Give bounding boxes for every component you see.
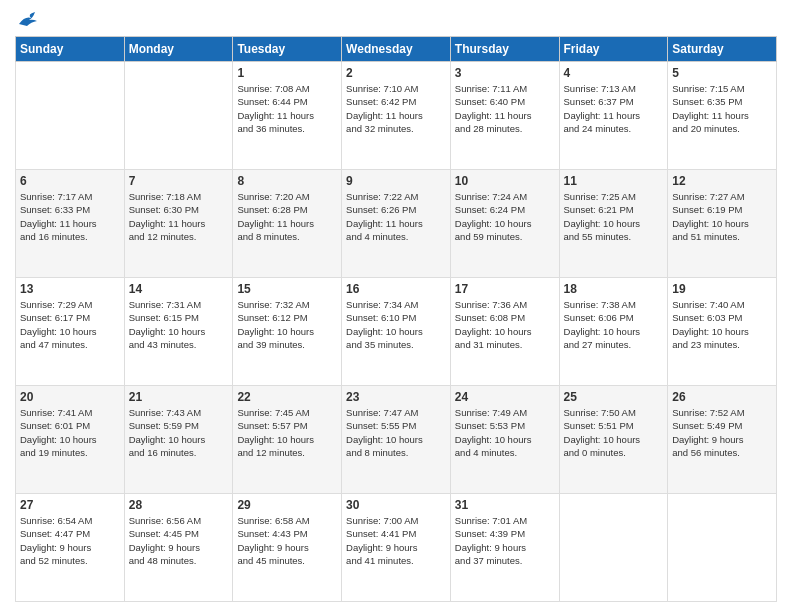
page: SundayMondayTuesdayWednesdayThursdayFrid… [0, 0, 792, 612]
calendar-cell: 6Sunrise: 7:17 AM Sunset: 6:33 PM Daylig… [16, 170, 125, 278]
day-number: 12 [672, 174, 772, 188]
calendar-cell: 24Sunrise: 7:49 AM Sunset: 5:53 PM Dayli… [450, 386, 559, 494]
calendar-cell: 23Sunrise: 7:47 AM Sunset: 5:55 PM Dayli… [342, 386, 451, 494]
day-info: Sunrise: 7:45 AM Sunset: 5:57 PM Dayligh… [237, 406, 337, 459]
calendar-cell: 21Sunrise: 7:43 AM Sunset: 5:59 PM Dayli… [124, 386, 233, 494]
day-info: Sunrise: 7:00 AM Sunset: 4:41 PM Dayligh… [346, 514, 446, 567]
logo [15, 10, 39, 28]
day-number: 7 [129, 174, 229, 188]
day-info: Sunrise: 6:54 AM Sunset: 4:47 PM Dayligh… [20, 514, 120, 567]
day-info: Sunrise: 7:41 AM Sunset: 6:01 PM Dayligh… [20, 406, 120, 459]
day-number: 14 [129, 282, 229, 296]
day-info: Sunrise: 7:01 AM Sunset: 4:39 PM Dayligh… [455, 514, 555, 567]
day-info: Sunrise: 7:36 AM Sunset: 6:08 PM Dayligh… [455, 298, 555, 351]
calendar-week-row: 13Sunrise: 7:29 AM Sunset: 6:17 PM Dayli… [16, 278, 777, 386]
calendar-cell [668, 494, 777, 602]
calendar-week-row: 6Sunrise: 7:17 AM Sunset: 6:33 PM Daylig… [16, 170, 777, 278]
day-info: Sunrise: 7:32 AM Sunset: 6:12 PM Dayligh… [237, 298, 337, 351]
day-number: 13 [20, 282, 120, 296]
calendar-cell: 4Sunrise: 7:13 AM Sunset: 6:37 PM Daylig… [559, 62, 668, 170]
calendar-cell [124, 62, 233, 170]
calendar-day-header: Monday [124, 37, 233, 62]
calendar-cell: 3Sunrise: 7:11 AM Sunset: 6:40 PM Daylig… [450, 62, 559, 170]
calendar-cell: 14Sunrise: 7:31 AM Sunset: 6:15 PM Dayli… [124, 278, 233, 386]
day-info: Sunrise: 7:49 AM Sunset: 5:53 PM Dayligh… [455, 406, 555, 459]
calendar-day-header: Sunday [16, 37, 125, 62]
day-number: 28 [129, 498, 229, 512]
day-number: 20 [20, 390, 120, 404]
calendar-day-header: Saturday [668, 37, 777, 62]
day-number: 9 [346, 174, 446, 188]
calendar-cell: 19Sunrise: 7:40 AM Sunset: 6:03 PM Dayli… [668, 278, 777, 386]
day-number: 5 [672, 66, 772, 80]
day-number: 10 [455, 174, 555, 188]
calendar-cell: 8Sunrise: 7:20 AM Sunset: 6:28 PM Daylig… [233, 170, 342, 278]
day-number: 11 [564, 174, 664, 188]
calendar-cell: 20Sunrise: 7:41 AM Sunset: 6:01 PM Dayli… [16, 386, 125, 494]
day-number: 19 [672, 282, 772, 296]
day-info: Sunrise: 7:43 AM Sunset: 5:59 PM Dayligh… [129, 406, 229, 459]
day-info: Sunrise: 7:08 AM Sunset: 6:44 PM Dayligh… [237, 82, 337, 135]
day-number: 25 [564, 390, 664, 404]
day-number: 30 [346, 498, 446, 512]
calendar-week-row: 27Sunrise: 6:54 AM Sunset: 4:47 PM Dayli… [16, 494, 777, 602]
day-info: Sunrise: 7:50 AM Sunset: 5:51 PM Dayligh… [564, 406, 664, 459]
day-number: 24 [455, 390, 555, 404]
day-info: Sunrise: 6:56 AM Sunset: 4:45 PM Dayligh… [129, 514, 229, 567]
day-number: 23 [346, 390, 446, 404]
calendar-week-row: 1Sunrise: 7:08 AM Sunset: 6:44 PM Daylig… [16, 62, 777, 170]
calendar-week-row: 20Sunrise: 7:41 AM Sunset: 6:01 PM Dayli… [16, 386, 777, 494]
day-info: Sunrise: 7:29 AM Sunset: 6:17 PM Dayligh… [20, 298, 120, 351]
day-info: Sunrise: 7:17 AM Sunset: 6:33 PM Dayligh… [20, 190, 120, 243]
calendar-cell [16, 62, 125, 170]
calendar-cell: 11Sunrise: 7:25 AM Sunset: 6:21 PM Dayli… [559, 170, 668, 278]
calendar-header-row: SundayMondayTuesdayWednesdayThursdayFrid… [16, 37, 777, 62]
day-info: Sunrise: 7:25 AM Sunset: 6:21 PM Dayligh… [564, 190, 664, 243]
day-info: Sunrise: 7:52 AM Sunset: 5:49 PM Dayligh… [672, 406, 772, 459]
calendar-cell: 5Sunrise: 7:15 AM Sunset: 6:35 PM Daylig… [668, 62, 777, 170]
calendar-cell: 9Sunrise: 7:22 AM Sunset: 6:26 PM Daylig… [342, 170, 451, 278]
day-number: 18 [564, 282, 664, 296]
calendar-cell: 28Sunrise: 6:56 AM Sunset: 4:45 PM Dayli… [124, 494, 233, 602]
calendar-cell: 1Sunrise: 7:08 AM Sunset: 6:44 PM Daylig… [233, 62, 342, 170]
day-info: Sunrise: 7:24 AM Sunset: 6:24 PM Dayligh… [455, 190, 555, 243]
day-info: Sunrise: 7:31 AM Sunset: 6:15 PM Dayligh… [129, 298, 229, 351]
calendar-day-header: Tuesday [233, 37, 342, 62]
day-info: Sunrise: 7:10 AM Sunset: 6:42 PM Dayligh… [346, 82, 446, 135]
day-number: 27 [20, 498, 120, 512]
day-info: Sunrise: 7:22 AM Sunset: 6:26 PM Dayligh… [346, 190, 446, 243]
day-info: Sunrise: 7:34 AM Sunset: 6:10 PM Dayligh… [346, 298, 446, 351]
day-number: 31 [455, 498, 555, 512]
calendar-cell: 7Sunrise: 7:18 AM Sunset: 6:30 PM Daylig… [124, 170, 233, 278]
day-number: 21 [129, 390, 229, 404]
day-number: 26 [672, 390, 772, 404]
calendar-cell: 2Sunrise: 7:10 AM Sunset: 6:42 PM Daylig… [342, 62, 451, 170]
day-number: 1 [237, 66, 337, 80]
calendar-day-header: Friday [559, 37, 668, 62]
calendar-cell [559, 494, 668, 602]
day-info: Sunrise: 7:13 AM Sunset: 6:37 PM Dayligh… [564, 82, 664, 135]
day-number: 3 [455, 66, 555, 80]
calendar-cell: 30Sunrise: 7:00 AM Sunset: 4:41 PM Dayli… [342, 494, 451, 602]
day-number: 17 [455, 282, 555, 296]
calendar-cell: 13Sunrise: 7:29 AM Sunset: 6:17 PM Dayli… [16, 278, 125, 386]
calendar-cell: 16Sunrise: 7:34 AM Sunset: 6:10 PM Dayli… [342, 278, 451, 386]
day-info: Sunrise: 7:27 AM Sunset: 6:19 PM Dayligh… [672, 190, 772, 243]
day-number: 29 [237, 498, 337, 512]
day-info: Sunrise: 7:38 AM Sunset: 6:06 PM Dayligh… [564, 298, 664, 351]
calendar-cell: 26Sunrise: 7:52 AM Sunset: 5:49 PM Dayli… [668, 386, 777, 494]
calendar-cell: 22Sunrise: 7:45 AM Sunset: 5:57 PM Dayli… [233, 386, 342, 494]
day-info: Sunrise: 7:15 AM Sunset: 6:35 PM Dayligh… [672, 82, 772, 135]
day-info: Sunrise: 7:47 AM Sunset: 5:55 PM Dayligh… [346, 406, 446, 459]
day-number: 2 [346, 66, 446, 80]
day-number: 4 [564, 66, 664, 80]
calendar-cell: 27Sunrise: 6:54 AM Sunset: 4:47 PM Dayli… [16, 494, 125, 602]
calendar-cell: 25Sunrise: 7:50 AM Sunset: 5:51 PM Dayli… [559, 386, 668, 494]
day-number: 22 [237, 390, 337, 404]
calendar-cell: 18Sunrise: 7:38 AM Sunset: 6:06 PM Dayli… [559, 278, 668, 386]
day-number: 15 [237, 282, 337, 296]
calendar-cell: 31Sunrise: 7:01 AM Sunset: 4:39 PM Dayli… [450, 494, 559, 602]
logo-bird-icon [17, 10, 39, 28]
calendar-day-header: Thursday [450, 37, 559, 62]
calendar-cell: 10Sunrise: 7:24 AM Sunset: 6:24 PM Dayli… [450, 170, 559, 278]
